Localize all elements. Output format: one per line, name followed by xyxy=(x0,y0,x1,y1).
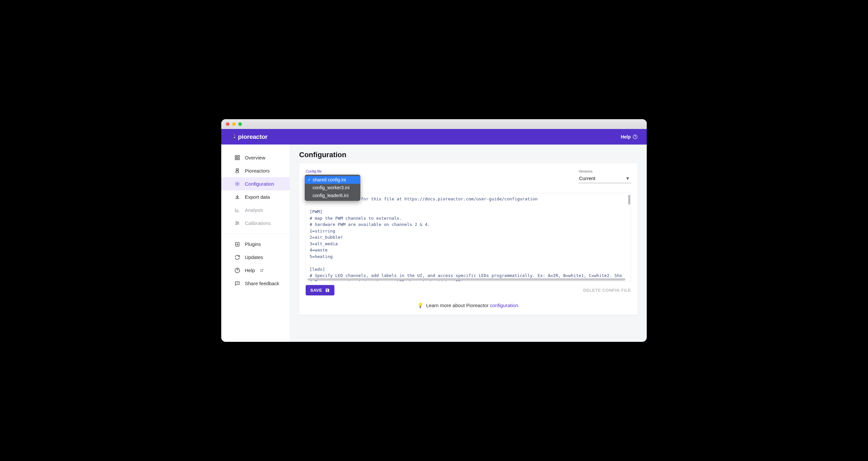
help-circle-icon xyxy=(633,134,638,139)
chart-icon xyxy=(234,207,240,213)
sliders-icon xyxy=(234,220,240,226)
sidebar-item-label: Export data xyxy=(245,194,270,200)
svg-rect-3 xyxy=(238,156,239,157)
pioreactors-icon xyxy=(234,168,240,174)
header-help-link[interactable]: Help xyxy=(621,134,638,140)
config-file-option[interactable]: config_worker3.ini xyxy=(305,184,360,192)
sidebar-item-help[interactable]: Help xyxy=(221,264,290,277)
window-minimize-button[interactable] xyxy=(232,122,236,126)
versions-select[interactable]: Current ▼ xyxy=(579,175,631,183)
learn-more-suffix: . xyxy=(518,303,520,308)
config-file-label: Config file xyxy=(306,169,322,174)
config-card: Config file shared config.iniconfig_work… xyxy=(299,163,638,315)
sidebar-item-share-feedback[interactable]: Share feedback xyxy=(221,277,290,290)
help-icon xyxy=(234,268,240,273)
config-editor[interactable]: # See documentation for this file at htt… xyxy=(306,193,631,282)
versions-value: Current xyxy=(579,176,595,181)
app-window: pioreactor Help OverviewPioreactorsConfi… xyxy=(221,119,647,342)
gear-icon xyxy=(234,181,240,187)
sidebar-item-calibrations: Calibrations xyxy=(221,217,290,230)
svg-rect-7 xyxy=(236,171,239,173)
external-link-icon xyxy=(260,269,264,272)
config-file-field: Config file shared config.iniconfig_work… xyxy=(306,169,322,174)
logo-colon-icon xyxy=(234,133,238,141)
save-button-label: SAVE xyxy=(310,288,322,293)
dashboard-icon xyxy=(234,155,240,161)
learn-more-prefix: Learn more about Pioreactor xyxy=(426,303,490,308)
sidebar-item-pioreactors[interactable]: Pioreactors xyxy=(221,164,290,178)
sidebar-divider xyxy=(221,234,290,234)
sidebar-secondary-group: PluginsUpdatesHelpShare feedback xyxy=(221,238,290,290)
card-actions: SAVE DELETE CONFIG FILE xyxy=(306,285,631,296)
sidebar: OverviewPioreactorsConfigurationExport d… xyxy=(221,145,290,342)
svg-rect-5 xyxy=(238,158,239,160)
feedback-icon xyxy=(234,281,240,286)
sidebar-item-plugins[interactable]: Plugins xyxy=(221,238,290,251)
learn-more-text: 💡 Learn more about Pioreactor configurat… xyxy=(306,303,631,308)
page-title: Configuration xyxy=(299,151,638,159)
svg-point-8 xyxy=(237,183,238,184)
svg-point-9 xyxy=(236,222,237,223)
download-icon xyxy=(234,194,240,200)
delete-config-button[interactable]: DELETE CONFIG FILE xyxy=(583,288,631,293)
window-titlebar xyxy=(221,119,647,129)
brand-logo: pioreactor xyxy=(234,133,268,141)
versions-label: Versions xyxy=(579,169,631,174)
sidebar-item-label: Plugins xyxy=(245,242,261,247)
save-button[interactable]: SAVE xyxy=(306,285,334,296)
brand-text: pioreactor xyxy=(238,133,268,141)
svg-rect-6 xyxy=(236,168,238,170)
config-file-dropdown[interactable]: shared config.iniconfig_worker3.iniconfi… xyxy=(305,175,360,201)
config-editor-text[interactable]: # See documentation for this file at htt… xyxy=(310,196,627,281)
svg-point-1 xyxy=(635,137,635,138)
lightbulb-icon: 💡 xyxy=(417,303,424,308)
app-header: pioreactor Help xyxy=(221,129,647,145)
svg-rect-4 xyxy=(235,158,237,160)
sidebar-item-configuration[interactable]: Configuration xyxy=(221,178,290,190)
chevron-down-icon: ▼ xyxy=(625,176,630,181)
sidebar-item-label: Pioreactors xyxy=(245,168,270,174)
sidebar-item-label: Overview xyxy=(245,155,266,160)
config-file-option[interactable]: config_leader6.ini xyxy=(305,192,360,200)
editor-scrollbar-horizontal[interactable] xyxy=(308,278,625,281)
svg-point-10 xyxy=(238,223,239,224)
window-close-button[interactable] xyxy=(226,122,229,126)
header-help-label: Help xyxy=(621,134,631,140)
sidebar-item-label: Configuration xyxy=(245,181,274,187)
main-content: Configuration Config file shared config.… xyxy=(290,145,647,342)
svg-point-11 xyxy=(236,224,237,225)
config-file-option[interactable]: shared config.ini xyxy=(305,176,360,184)
editor-scrollbar-vertical[interactable] xyxy=(628,195,630,205)
sidebar-item-analysis: Analysis xyxy=(221,204,290,217)
sidebar-item-overview[interactable]: Overview xyxy=(221,151,290,164)
sidebar-item-updates[interactable]: Updates xyxy=(221,251,290,264)
sidebar-main-group: OverviewPioreactorsConfigurationExport d… xyxy=(221,151,290,230)
versions-field: Versions Current ▼ xyxy=(579,169,631,183)
card-top-row: Config file shared config.iniconfig_work… xyxy=(306,169,631,183)
sidebar-item-label: Updates xyxy=(245,255,263,260)
sidebar-item-label: Help xyxy=(245,268,255,273)
save-icon xyxy=(325,288,330,293)
plugin-icon xyxy=(234,241,240,247)
sidebar-item-export-data[interactable]: Export data xyxy=(221,190,290,204)
sidebar-item-label: Calibrations xyxy=(245,220,271,226)
svg-rect-2 xyxy=(235,156,237,157)
sidebar-item-label: Share feedback xyxy=(245,281,279,286)
app-body: OverviewPioreactorsConfigurationExport d… xyxy=(221,145,647,342)
sidebar-item-label: Analysis xyxy=(245,207,263,213)
config-editor-scroll[interactable]: # See documentation for this file at htt… xyxy=(306,193,631,281)
window-zoom-button[interactable] xyxy=(238,122,242,126)
svg-point-14 xyxy=(237,271,238,272)
refresh-icon xyxy=(234,254,240,260)
learn-more-link[interactable]: configuration xyxy=(490,303,518,308)
